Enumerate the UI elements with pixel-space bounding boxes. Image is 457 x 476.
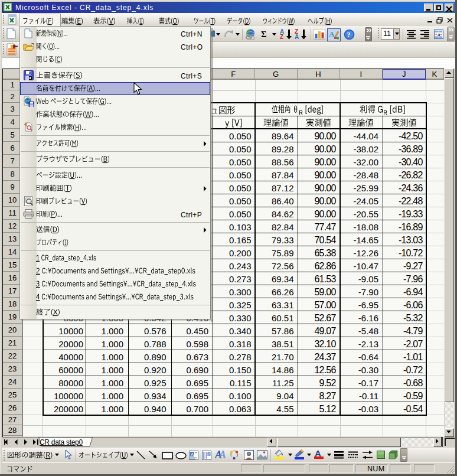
svg-text:A: A (329, 30, 335, 38)
svg-text:?: ? (347, 31, 351, 39)
svg-text:A: A (191, 452, 194, 457)
svg-text:A: A (208, 452, 211, 457)
svg-text:A: A (218, 449, 226, 461)
svg-text:a: a (438, 32, 440, 37)
